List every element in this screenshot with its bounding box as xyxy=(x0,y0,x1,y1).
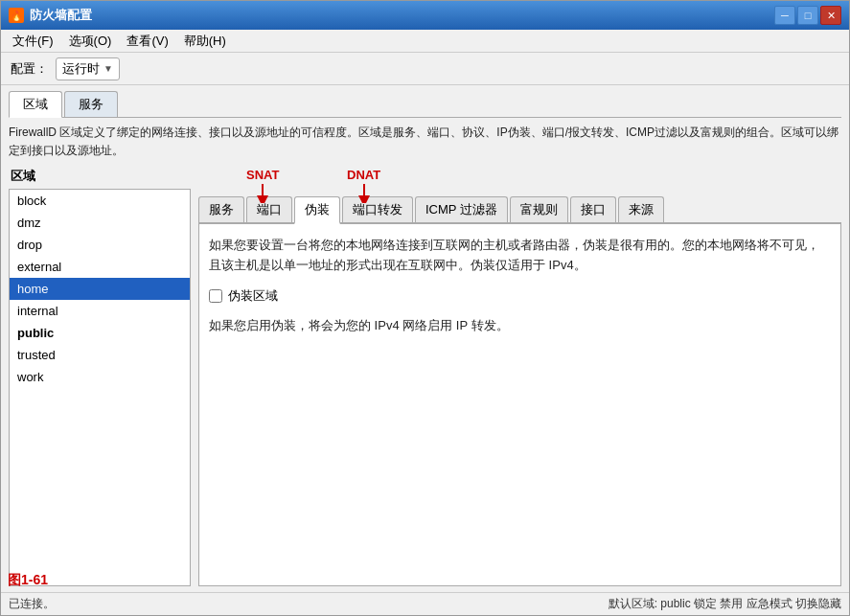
right-panel: SNAT DNAT xyxy=(198,168,841,586)
figure-label: 图1-61 xyxy=(8,572,48,589)
statusbar: 已连接。 默认区域: public 锁定 禁用 应急模式 切换隐藏 xyxy=(1,592,849,615)
sub-tabs: 服务 端口 伪装 端口转发 ICMP 过滤器 富规则 接口 来源 xyxy=(198,196,841,224)
subtab-interfaces[interactable]: 接口 xyxy=(570,196,616,222)
content-split: 区域 block dmz drop external home internal… xyxy=(9,168,841,586)
statusbar-right: 默认区域: public 锁定 禁用 应急模式 切换隐藏 xyxy=(609,596,841,612)
app-icon: 🔥 xyxy=(9,8,24,23)
masquerade-note: 如果您启用伪装，将会为您的 IPv4 网络启用 IP 转发。 xyxy=(209,316,831,336)
masquerade-checkbox[interactable] xyxy=(209,289,222,303)
config-dropdown-value: 运行时 xyxy=(62,60,100,78)
masquerade-content: 如果您要设置一台将您的本地网络连接到互联网的主机或者路由器，伪装是很有用的。您的… xyxy=(198,224,841,586)
statusbar-left: 已连接。 xyxy=(9,596,55,612)
subtab-icmp[interactable]: ICMP 过滤器 xyxy=(415,196,508,222)
config-dropdown[interactable]: 运行时 ▼ xyxy=(56,57,120,80)
subtab-sources[interactable]: 来源 xyxy=(618,196,664,222)
zone-item-drop[interactable]: drop xyxy=(10,234,190,256)
masquerade-checkbox-label: 伪装区域 xyxy=(228,285,278,307)
subtab-port-forwarding[interactable]: 端口转发 xyxy=(342,196,413,222)
main-content: 区域 服务 FirewallD 区域定义了绑定的网络连接、接口以及源地址的可信程… xyxy=(1,85,849,592)
dropdown-arrow-icon: ▼ xyxy=(103,63,113,74)
menubar: 文件(F) 选项(O) 查看(V) 帮助(H) xyxy=(1,30,849,53)
maximize-button[interactable]: □ xyxy=(797,6,818,25)
window-controls: ─ □ ✕ xyxy=(774,6,841,25)
zone-panel: 区域 block dmz drop external home internal… xyxy=(9,168,191,586)
menu-file[interactable]: 文件(F) xyxy=(5,31,61,52)
configbar: 配置： 运行时 ▼ xyxy=(1,53,849,85)
zone-list: block dmz drop external home internal pu… xyxy=(9,189,191,586)
titlebar: 🔥 防火墙配置 ─ □ ✕ xyxy=(1,1,849,30)
subtab-ports[interactable]: 端口 xyxy=(246,196,292,222)
subtab-services[interactable]: 服务 xyxy=(198,196,244,222)
zone-item-home[interactable]: home xyxy=(10,278,190,300)
subtab-masquerade[interactable]: 伪装 xyxy=(294,196,340,224)
masquerade-description: 如果您要设置一台将您的本地网络连接到互联网的主机或者路由器，伪装是很有用的。您的… xyxy=(209,236,831,276)
close-button[interactable]: ✕ xyxy=(820,6,841,25)
zone-item-dmz[interactable]: dmz xyxy=(10,212,190,234)
main-window: 🔥 防火墙配置 ─ □ ✕ 文件(F) 选项(O) 查看(V) 帮助(H) 配置… xyxy=(0,0,850,616)
menu-options[interactable]: 选项(O) xyxy=(61,31,120,52)
zone-item-block[interactable]: block xyxy=(10,190,190,212)
zone-panel-title: 区域 xyxy=(9,168,191,185)
tab-services[interactable]: 服务 xyxy=(64,91,118,117)
minimize-button[interactable]: ─ xyxy=(774,6,795,25)
zone-item-internal[interactable]: internal xyxy=(10,300,190,322)
zone-item-work[interactable]: work xyxy=(10,366,190,388)
zone-item-external[interactable]: external xyxy=(10,256,190,278)
masquerade-checkbox-row: 伪装区域 xyxy=(209,285,831,307)
zone-item-public[interactable]: public xyxy=(10,322,190,344)
zone-item-trusted[interactable]: trusted xyxy=(10,344,190,366)
menu-help[interactable]: 帮助(H) xyxy=(176,31,234,52)
tab-zones[interactable]: 区域 xyxy=(9,91,62,118)
snat-label: SNAT xyxy=(246,168,279,182)
menu-view[interactable]: 查看(V) xyxy=(119,31,175,52)
dnat-label: DNAT xyxy=(347,168,380,182)
zone-description: FirewallD 区域定义了绑定的网络连接、接口以及源地址的可信程度。区域是服… xyxy=(9,124,841,160)
config-label: 配置： xyxy=(11,60,48,78)
subtab-rich-rules[interactable]: 富规则 xyxy=(510,196,568,222)
window-title: 防火墙配置 xyxy=(30,7,774,24)
top-tabs: 区域 服务 xyxy=(9,91,841,118)
